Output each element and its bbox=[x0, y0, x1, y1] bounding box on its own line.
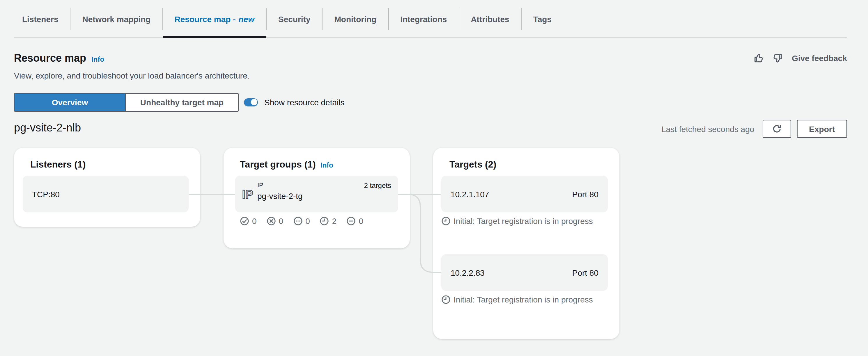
listeners-card: Listeners (1) TCP:80 bbox=[14, 148, 200, 227]
health-count-pending: 0 bbox=[293, 216, 310, 226]
overview-segment-button[interactable]: Overview bbox=[14, 94, 125, 111]
last-fetched-text: Last fetched seconds ago bbox=[661, 124, 754, 133]
target-group-type-label: IP bbox=[257, 182, 264, 189]
tab-monitoring[interactable]: Monitoring bbox=[323, 0, 388, 38]
page-header: Resource map Info bbox=[14, 52, 104, 65]
x-circle-icon bbox=[267, 216, 276, 226]
target-group-name[interactable]: pg-vsite-2-tg bbox=[257, 191, 303, 201]
health-count-initial: 2 bbox=[320, 216, 337, 226]
export-button[interactable]: Export bbox=[797, 120, 847, 138]
toggle-knob bbox=[251, 99, 257, 105]
feedback-controls: Give feedback bbox=[753, 53, 847, 63]
listeners-card-title: Listeners (1) bbox=[30, 159, 86, 170]
target-groups-info-link[interactable]: Info bbox=[320, 161, 333, 169]
listener-protocol-port: TCP:80 bbox=[32, 189, 60, 199]
tab-new-badge: new bbox=[239, 14, 254, 24]
load-balancer-name: pg-vsite-2-nlb bbox=[14, 122, 81, 134]
svg-text:IP: IP bbox=[242, 188, 253, 201]
thumbs-up-icon[interactable] bbox=[753, 53, 764, 63]
tab-attributes[interactable]: Attributes bbox=[459, 0, 521, 38]
tab-listeners[interactable]: Listeners bbox=[10, 0, 70, 38]
thumbs-down-icon[interactable] bbox=[773, 53, 783, 63]
target-group-health-summary: 0 0 0 2 bbox=[240, 216, 373, 226]
target-node-1[interactable]: 10.2.1.107 Port 80 bbox=[441, 176, 608, 212]
target-port: Port 80 bbox=[572, 189, 598, 199]
clock-circle-icon bbox=[441, 216, 451, 226]
page-description: View, explore, and troubleshoot your loa… bbox=[14, 71, 250, 80]
tab-security[interactable]: Security bbox=[267, 0, 322, 38]
target-groups-card-title: Target groups (1) Info bbox=[240, 159, 333, 170]
listener-node-tcp-80[interactable]: TCP:80 bbox=[23, 176, 189, 212]
target-status-1: Initial: Target registration is in progr… bbox=[441, 215, 596, 228]
targets-card: Targets (2) 10.2.1.107 Port 80 Initial: … bbox=[433, 148, 619, 339]
tab-integrations[interactable]: Integrations bbox=[389, 0, 459, 38]
target-groups-card: Target groups (1) Info IP IP pg-vsite-2-… bbox=[223, 148, 410, 248]
clock-circle-icon bbox=[320, 216, 329, 226]
target-status-2: Initial: Target registration is in progr… bbox=[441, 293, 596, 306]
resource-map-page: Listeners Network mapping Resource map -… bbox=[0, 0, 868, 356]
ip-target-type-icon: IP bbox=[241, 186, 258, 202]
resource-map-info-link[interactable]: Info bbox=[91, 55, 104, 63]
refresh-button[interactable] bbox=[762, 120, 791, 138]
map-toolbar: Last fetched seconds ago Export bbox=[661, 120, 847, 138]
minus-circle-icon bbox=[346, 216, 356, 226]
give-feedback-button[interactable]: Give feedback bbox=[792, 54, 847, 63]
tab-network-mapping[interactable]: Network mapping bbox=[71, 0, 162, 38]
check-circle-icon bbox=[240, 216, 249, 226]
tab-resource-map[interactable]: Resource map - new bbox=[163, 0, 266, 38]
unhealthy-target-map-segment-button[interactable]: Unhealthy target map bbox=[125, 94, 238, 111]
clock-circle-icon bbox=[441, 295, 451, 304]
target-port: Port 80 bbox=[572, 268, 598, 277]
target-group-target-count: 2 targets bbox=[364, 182, 391, 190]
show-resource-details-row: Show resource details bbox=[244, 93, 345, 111]
page-title: Resource map bbox=[14, 52, 86, 65]
health-count-unhealthy: 0 bbox=[267, 216, 283, 226]
targets-card-title: Targets (2) bbox=[450, 159, 496, 170]
refresh-icon bbox=[772, 124, 781, 134]
target-address: 10.2.2.83 bbox=[451, 268, 485, 277]
health-count-unused: 0 bbox=[346, 216, 363, 226]
show-resource-details-toggle[interactable] bbox=[244, 98, 258, 106]
health-count-healthy: 0 bbox=[240, 216, 257, 226]
tab-bar: Listeners Network mapping Resource map -… bbox=[0, 0, 868, 38]
tab-tags[interactable]: Tags bbox=[522, 0, 563, 38]
target-address: 10.2.1.107 bbox=[451, 189, 489, 199]
ellipsis-circle-icon bbox=[293, 216, 303, 226]
target-group-node[interactable]: IP IP pg-vsite-2-tg 2 targets bbox=[235, 176, 398, 212]
view-segmented-control: Overview Unhealthy target map bbox=[14, 93, 239, 112]
show-resource-details-label: Show resource details bbox=[264, 97, 345, 107]
target-node-2[interactable]: 10.2.2.83 Port 80 bbox=[441, 254, 608, 291]
